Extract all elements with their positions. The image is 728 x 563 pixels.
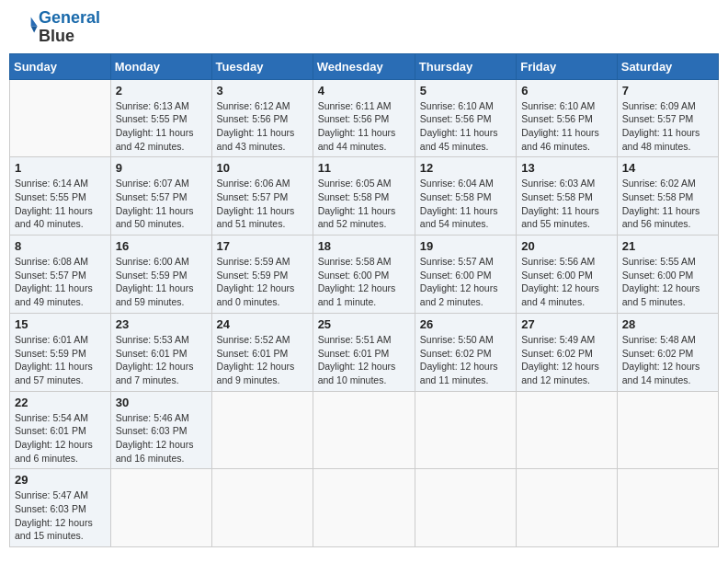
day-info: Sunrise: 5:52 AM Sunset: 6:01 PM Dayligh… — [217, 333, 308, 387]
day-number: 10 — [217, 161, 308, 175]
day-info: Sunrise: 6:14 AM Sunset: 5:55 PM Dayligh… — [15, 177, 106, 231]
day-number: 30 — [116, 396, 207, 409]
day-number: 15 — [15, 317, 106, 331]
day-number: 23 — [116, 317, 207, 331]
day-number: 26 — [420, 317, 511, 331]
calendar-cell — [313, 391, 415, 469]
calendar-cell: 11Sunrise: 6:05 AM Sunset: 5:58 PM Dayli… — [313, 157, 415, 236]
day-number: 25 — [318, 317, 410, 331]
calendar-row: 1Sunrise: 6:14 AM Sunset: 5:55 PM Daylig… — [10, 157, 719, 236]
day-info: Sunrise: 5:59 AM Sunset: 5:59 PM Dayligh… — [217, 255, 308, 309]
day-info: Sunrise: 6:07 AM Sunset: 5:57 PM Dayligh… — [116, 177, 207, 231]
calendar-row: 22Sunrise: 5:54 AM Sunset: 6:01 PM Dayli… — [10, 391, 719, 469]
calendar-cell: 19Sunrise: 5:57 AM Sunset: 6:00 PM Dayli… — [415, 236, 516, 314]
calendar-cell: 16Sunrise: 6:00 AM Sunset: 5:59 PM Dayli… — [110, 236, 211, 314]
day-info: Sunrise: 6:01 AM Sunset: 5:59 PM Dayligh… — [15, 333, 106, 387]
weekday-header-monday: Monday — [110, 53, 211, 79]
day-info: Sunrise: 6:12 AM Sunset: 5:56 PM Dayligh… — [217, 99, 308, 154]
day-info: Sunrise: 5:49 AM Sunset: 6:02 PM Dayligh… — [521, 333, 612, 387]
weekday-header-thursday: Thursday — [415, 53, 516, 79]
day-number: 20 — [521, 239, 612, 253]
day-number: 8 — [15, 239, 106, 253]
calendar-cell: 6Sunrise: 6:10 AM Sunset: 5:56 PM Daylig… — [517, 79, 618, 157]
day-info: Sunrise: 6:03 AM Sunset: 5:58 PM Dayligh… — [521, 177, 612, 231]
day-info: Sunrise: 6:06 AM Sunset: 5:57 PM Dayligh… — [217, 177, 308, 231]
day-number: 27 — [521, 317, 612, 331]
day-number: 13 — [521, 161, 612, 175]
calendar-cell: 2Sunrise: 6:13 AM Sunset: 5:55 PM Daylig… — [110, 79, 211, 157]
calendar-cell: 5Sunrise: 6:10 AM Sunset: 5:56 PM Daylig… — [415, 79, 516, 157]
calendar-cell — [313, 469, 415, 547]
day-info: Sunrise: 5:58 AM Sunset: 6:00 PM Dayligh… — [318, 255, 410, 309]
logo: GeneralBlue — [13, 9, 100, 46]
day-number: 6 — [521, 84, 612, 98]
calendar-cell — [617, 469, 718, 547]
calendar-cell: 18Sunrise: 5:58 AM Sunset: 6:00 PM Dayli… — [313, 236, 415, 314]
day-number: 12 — [420, 161, 511, 175]
calendar-cell: 9Sunrise: 6:07 AM Sunset: 5:57 PM Daylig… — [110, 157, 211, 236]
day-number: 28 — [622, 317, 713, 331]
calendar-cell: 21Sunrise: 5:55 AM Sunset: 6:00 PM Dayli… — [617, 236, 718, 314]
day-number: 22 — [15, 396, 106, 409]
calendar-row: 15Sunrise: 6:01 AM Sunset: 5:59 PM Dayli… — [10, 313, 719, 391]
day-number: 4 — [318, 84, 410, 98]
calendar-cell — [517, 391, 618, 469]
day-info: Sunrise: 6:05 AM Sunset: 5:58 PM Dayligh… — [318, 177, 410, 231]
calendar-table: SundayMondayTuesdayWednesdayThursdayFrid… — [9, 53, 719, 548]
day-info: Sunrise: 6:13 AM Sunset: 5:55 PM Dayligh… — [116, 99, 207, 154]
day-info: Sunrise: 6:10 AM Sunset: 5:56 PM Dayligh… — [521, 99, 612, 154]
calendar-cell — [110, 469, 211, 547]
calendar-cell — [415, 391, 516, 469]
weekday-header-sunday: Sunday — [10, 53, 111, 79]
calendar-cell: 29Sunrise: 5:47 AM Sunset: 6:03 PM Dayli… — [10, 469, 111, 547]
day-number: 29 — [15, 473, 106, 487]
calendar-cell: 28Sunrise: 5:48 AM Sunset: 6:02 PM Dayli… — [617, 313, 718, 391]
day-info: Sunrise: 6:02 AM Sunset: 5:58 PM Dayligh… — [622, 177, 713, 231]
calendar-cell: 24Sunrise: 5:52 AM Sunset: 6:01 PM Dayli… — [211, 313, 313, 391]
weekday-header-tuesday: Tuesday — [211, 53, 313, 79]
day-number: 17 — [217, 239, 308, 253]
calendar-cell: 3Sunrise: 6:12 AM Sunset: 5:56 PM Daylig… — [211, 79, 313, 157]
day-number: 14 — [622, 161, 713, 175]
calendar-row: 29Sunrise: 5:47 AM Sunset: 6:03 PM Dayli… — [10, 469, 719, 547]
weekday-header-saturday: Saturday — [617, 53, 718, 79]
calendar-cell — [517, 469, 618, 547]
day-info: Sunrise: 5:51 AM Sunset: 6:01 PM Dayligh… — [318, 333, 410, 387]
day-info: Sunrise: 5:56 AM Sunset: 6:00 PM Dayligh… — [521, 255, 612, 309]
day-number: 9 — [116, 161, 207, 175]
calendar-cell — [415, 469, 516, 547]
day-info: Sunrise: 5:57 AM Sunset: 6:00 PM Dayligh… — [420, 255, 511, 309]
day-number: 5 — [420, 84, 511, 98]
day-info: Sunrise: 5:53 AM Sunset: 6:01 PM Dayligh… — [116, 333, 207, 387]
calendar-cell — [211, 391, 313, 469]
weekday-header-row: SundayMondayTuesdayWednesdayThursdayFrid… — [10, 53, 719, 79]
day-info: Sunrise: 6:09 AM Sunset: 5:57 PM Dayligh… — [622, 99, 713, 154]
calendar-cell: 17Sunrise: 5:59 AM Sunset: 5:59 PM Dayli… — [211, 236, 313, 314]
day-info: Sunrise: 6:00 AM Sunset: 5:59 PM Dayligh… — [116, 255, 207, 309]
day-number: 24 — [217, 317, 308, 331]
calendar-cell: 22Sunrise: 5:54 AM Sunset: 6:01 PM Dayli… — [10, 391, 111, 469]
calendar-cell — [10, 79, 111, 157]
day-info: Sunrise: 5:55 AM Sunset: 6:00 PM Dayligh… — [622, 255, 713, 309]
svg-marker-1 — [31, 26, 38, 32]
day-number: 16 — [116, 239, 207, 253]
day-info: Sunrise: 6:11 AM Sunset: 5:56 PM Dayligh… — [318, 99, 410, 154]
svg-marker-0 — [31, 17, 38, 26]
day-number: 7 — [622, 84, 713, 98]
weekday-header-wednesday: Wednesday — [313, 53, 415, 79]
day-number: 2 — [116, 84, 207, 98]
calendar-cell: 1Sunrise: 6:14 AM Sunset: 5:55 PM Daylig… — [10, 157, 111, 236]
calendar-cell — [617, 391, 718, 469]
calendar-row: 2Sunrise: 6:13 AM Sunset: 5:55 PM Daylig… — [10, 79, 719, 157]
day-info: Sunrise: 5:54 AM Sunset: 6:01 PM Dayligh… — [15, 411, 106, 465]
day-info: Sunrise: 6:10 AM Sunset: 5:56 PM Dayligh… — [420, 99, 511, 154]
weekday-header-friday: Friday — [517, 53, 618, 79]
logo-text: GeneralBlue — [39, 9, 100, 46]
calendar-cell — [211, 469, 313, 547]
page-header: GeneralBlue — [9, 9, 719, 46]
calendar-cell: 4Sunrise: 6:11 AM Sunset: 5:56 PM Daylig… — [313, 79, 415, 157]
day-number: 18 — [318, 239, 410, 253]
day-number: 1 — [15, 161, 106, 175]
day-info: Sunrise: 5:50 AM Sunset: 6:02 PM Dayligh… — [420, 333, 511, 387]
calendar-cell: 25Sunrise: 5:51 AM Sunset: 6:01 PM Dayli… — [313, 313, 415, 391]
